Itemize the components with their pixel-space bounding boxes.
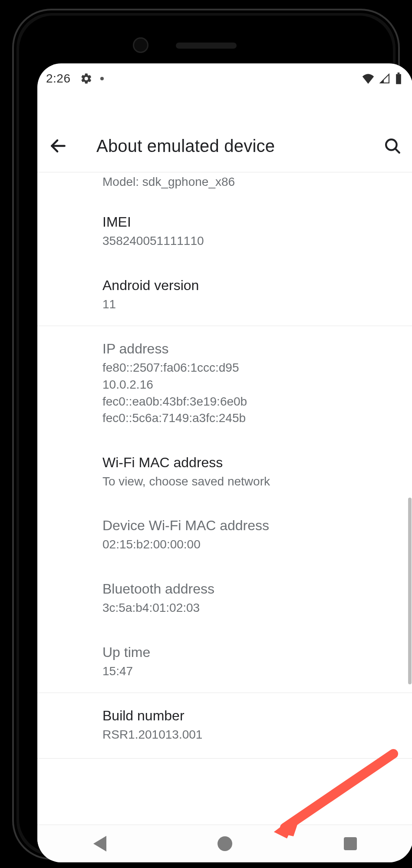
back-button[interactable] — [49, 136, 70, 155]
item-value: 358240051111110 — [102, 233, 396, 250]
front-camera — [133, 37, 148, 53]
item-value: fec0::5c6a:7149:a3fc:245b — [102, 410, 396, 427]
item-label: Device Wi-Fi MAC address — [102, 518, 396, 534]
item-value: 11 — [102, 296, 396, 313]
settings-list: IMEI 358240051111110 Android version 11 — [37, 199, 412, 326]
page-title: About emulated device — [96, 136, 383, 156]
item-label: IP address — [102, 341, 396, 357]
status-bar: 2:26 — [37, 63, 412, 94]
svg-line-5 — [285, 754, 393, 828]
item-value: 10.0.2.16 — [102, 376, 396, 393]
item-label: Wi-Fi MAC address — [102, 455, 396, 471]
divider — [37, 758, 412, 759]
nav-recents-button[interactable] — [340, 834, 360, 854]
item-value: 02:15:b2:00:00:00 — [102, 536, 396, 553]
gear-icon — [80, 73, 92, 85]
nav-back-button[interactable] — [90, 834, 110, 854]
phone-frame: 2:26 — [12, 9, 400, 860]
item-value: fe80::2507:fa06:1ccc:d95 — [102, 360, 396, 376]
speaker-grille — [176, 43, 237, 49]
item-device-wifi-mac[interactable]: Device Wi-Fi MAC address 02:15:b2:00:00:… — [102, 503, 396, 566]
screen: 2:26 — [37, 63, 412, 862]
item-value: 3c:5a:b4:01:02:03 — [102, 600, 396, 617]
item-value: 15:47 — [102, 663, 396, 680]
app-header: About emulated device — [37, 120, 412, 172]
scrollbar-thumb[interactable] — [408, 498, 412, 684]
item-value: fec0::ea0b:43bf:3e19:6e0b — [102, 393, 396, 410]
clock: 2:26 — [46, 72, 71, 86]
item-label: Build number — [102, 708, 396, 724]
wifi-icon — [362, 73, 375, 84]
item-label: IMEI — [102, 214, 396, 230]
notification-dot-icon — [100, 77, 104, 80]
item-imei[interactable]: IMEI 358240051111110 — [102, 199, 396, 263]
svg-rect-0 — [396, 74, 401, 84]
item-up-time[interactable]: Up time 15:47 — [102, 630, 396, 693]
item-bluetooth-address[interactable]: Bluetooth address 3c:5a:b4:01:02:03 — [102, 566, 396, 630]
item-label: Bluetooth address — [102, 581, 396, 597]
square-icon — [344, 837, 357, 850]
item-wifi-mac[interactable]: Wi-Fi MAC address To view, choose saved … — [102, 440, 396, 503]
battery-icon — [395, 73, 402, 85]
triangle-icon — [93, 836, 106, 851]
item-label: Up time — [102, 644, 396, 660]
item-build-number[interactable]: Build number RSR1.201013.001 — [102, 693, 396, 756]
search-button[interactable] — [383, 137, 402, 155]
item-value: RSR1.201013.001 — [102, 726, 396, 743]
item-android-version[interactable]: Android version 11 — [102, 263, 396, 326]
cell-signal-icon — [379, 73, 390, 84]
navigation-bar — [37, 825, 412, 862]
item-ip-address[interactable]: IP address fe80::2507:fa06:1ccc:d95 10.0… — [102, 326, 396, 440]
circle-icon — [218, 836, 232, 851]
svg-line-4 — [395, 149, 399, 152]
svg-rect-1 — [398, 73, 400, 74]
model-row[interactable]: Model: sdk_gphone_x86 — [37, 172, 412, 199]
item-label: Android version — [102, 277, 396, 294]
nav-home-button[interactable] — [215, 834, 235, 854]
item-value: To view, choose saved network — [102, 473, 396, 490]
